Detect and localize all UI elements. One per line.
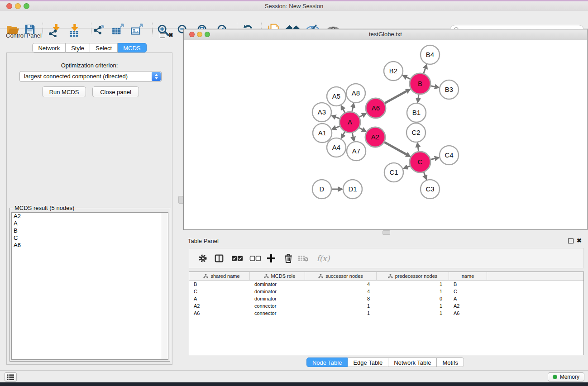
mcds-result-item[interactable]: C [12, 234, 168, 242]
table-cell[interactable]: 8 [305, 296, 377, 301]
tab-mcds[interactable]: MCDS [118, 43, 146, 52]
table-cell[interactable]: dominator [250, 281, 305, 287]
column-header-name[interactable]: name [449, 272, 487, 280]
mcds-result-item[interactable]: A [12, 220, 168, 227]
tab-network-table[interactable]: Network Table [388, 357, 437, 367]
graph-edge-A6-B[interactable] [385, 91, 406, 103]
graph-edge-B-B2[interactable] [406, 77, 410, 79]
memory-button[interactable]: Memory [548, 372, 584, 381]
show-columns-button[interactable] [214, 253, 224, 263]
function-builder-button[interactable]: f(x) [316, 254, 330, 263]
panel-divider-grip[interactable] [178, 196, 183, 204]
minimize-window-button[interactable] [15, 3, 21, 9]
table-cell[interactable]: A6 [449, 310, 487, 316]
graph-node-C2[interactable]: C2 [406, 123, 425, 142]
network-graph[interactable]: B4B2BB3A8A5A6A3B1AA1C2A2A4A7C4CC1C3DD1 [184, 40, 587, 229]
network-window-titlebar[interactable]: testGlobe.txt [184, 29, 587, 40]
float-panel-icon[interactable] [568, 238, 574, 243]
float-panel-icon[interactable] [160, 33, 165, 38]
graph-node-C[interactable]: C [410, 152, 430, 172]
table-cell[interactable]: A [449, 296, 487, 301]
close-window-button[interactable] [189, 32, 195, 37]
table-cell[interactable]: connector [250, 303, 305, 309]
network-canvas[interactable]: B4B2BB3A8A5A6A3B1AA1C2A2A4A7C4CC1C3DD1 [184, 40, 587, 229]
column-header-shared-name[interactable]: shared name [189, 272, 250, 280]
tab-edge-table[interactable]: Edge Table [348, 357, 388, 367]
graph-edge-C-C1[interactable] [407, 166, 410, 167]
table-cell[interactable]: 1 [305, 310, 377, 316]
graph-node-B2[interactable]: B2 [384, 62, 403, 81]
graph-node-A6[interactable]: A6 [366, 98, 386, 118]
table-row[interactable]: Bdominator41B [189, 281, 583, 288]
graph-node-D1[interactable]: D1 [343, 180, 362, 199]
tab-node-table[interactable]: Node Table [306, 357, 348, 367]
graph-edge-C-C2[interactable] [418, 147, 418, 152]
table-cell[interactable]: 4 [305, 281, 377, 287]
graph-node-B4[interactable]: B4 [421, 45, 440, 64]
table-row[interactable]: A2connector11A2 [189, 302, 583, 310]
close-panel-button[interactable]: Close panel [92, 86, 139, 97]
table-cell[interactable]: A2 [189, 303, 250, 309]
table-cell[interactable]: connector [250, 310, 305, 316]
graph-edge-A-A3[interactable] [335, 117, 339, 119]
graph-edge-B-B3[interactable] [431, 86, 435, 87]
graph-node-C3[interactable]: C3 [421, 180, 440, 199]
graph-edge-B-B4[interactable] [424, 68, 425, 73]
graph-edge-C-C4[interactable] [430, 158, 435, 159]
table-cell[interactable]: C [189, 289, 250, 294]
table-cell[interactable]: dominator [250, 289, 305, 294]
table-cell[interactable]: 1 [377, 310, 449, 316]
mcds-result-item[interactable]: B [12, 227, 168, 234]
close-panel-icon[interactable]: ✖ [168, 32, 173, 38]
tab-select[interactable]: Select [90, 43, 118, 52]
table-cell[interactable]: A [189, 296, 250, 301]
table-row[interactable]: Cdominator41C [189, 288, 583, 295]
table-settings-button[interactable] [198, 253, 208, 263]
graph-edge-A-A1[interactable] [336, 126, 340, 128]
graph-node-B1[interactable]: B1 [407, 103, 426, 122]
column-header-mcds-role[interactable]: MCDS role [250, 272, 305, 280]
graph-node-B3[interactable]: B3 [440, 80, 459, 99]
graph-node-A3[interactable]: A3 [312, 103, 331, 122]
table-cell[interactable]: 1 [377, 303, 449, 309]
column-header-successor-nodes[interactable]: successor nodes [305, 272, 377, 280]
graph-node-A2[interactable]: A2 [365, 127, 385, 147]
delete-column-button[interactable] [284, 253, 293, 263]
graph-edge-C-C3[interactable] [424, 172, 425, 176]
tab-style[interactable]: Style [66, 43, 90, 52]
mcds-result-item[interactable]: A6 [12, 242, 168, 249]
select-all-columns-button[interactable] [231, 255, 243, 261]
graph-edge-A-A2[interactable] [359, 128, 363, 129]
zoom-window-button[interactable] [24, 3, 29, 9]
graph-node-D[interactable]: D [312, 180, 331, 199]
close-window-button[interactable] [6, 3, 12, 9]
table-cell[interactable]: 1 [377, 289, 449, 294]
table-cell[interactable]: 1 [377, 281, 449, 287]
graph-edge-A2-C[interactable] [384, 142, 406, 154]
table-cell[interactable]: 0 [377, 296, 449, 301]
table-cell[interactable]: C [449, 289, 487, 294]
graph-edge-A-A8[interactable] [352, 107, 353, 111]
table-cell[interactable]: A6 [189, 310, 250, 316]
minimize-window-button[interactable] [197, 32, 202, 37]
graph-node-A4[interactable]: A4 [327, 138, 346, 157]
add-column-button[interactable] [267, 254, 276, 263]
table-row[interactable]: Adominator80A [189, 295, 583, 302]
graph-edge-A-A6[interactable] [359, 115, 363, 117]
graph-node-A1[interactable]: A1 [313, 124, 332, 143]
mcds-result-item[interactable]: A2 [12, 213, 168, 220]
table-cell[interactable]: B [189, 281, 250, 287]
table-cell[interactable]: 1 [305, 303, 377, 309]
criterion-dropdown[interactable]: largest connected component (directed) [19, 71, 162, 82]
table-row[interactable]: A6connector11A6 [189, 310, 583, 317]
graph-edge-A-A4[interactable] [343, 132, 345, 135]
zoom-window-button[interactable] [205, 32, 210, 37]
column-header-predecessor-nodes[interactable]: predecessor nodes [377, 272, 449, 280]
graph-node-C1[interactable]: C1 [384, 163, 403, 182]
table-cell[interactable]: B [449, 281, 487, 287]
table-cell[interactable]: dominator [250, 296, 305, 301]
close-panel-icon[interactable]: ✖ [577, 238, 582, 244]
task-history-button[interactable] [5, 372, 17, 381]
run-mcds-button[interactable]: Run MCDS [42, 86, 86, 97]
graph-node-A[interactable]: A [339, 112, 360, 133]
